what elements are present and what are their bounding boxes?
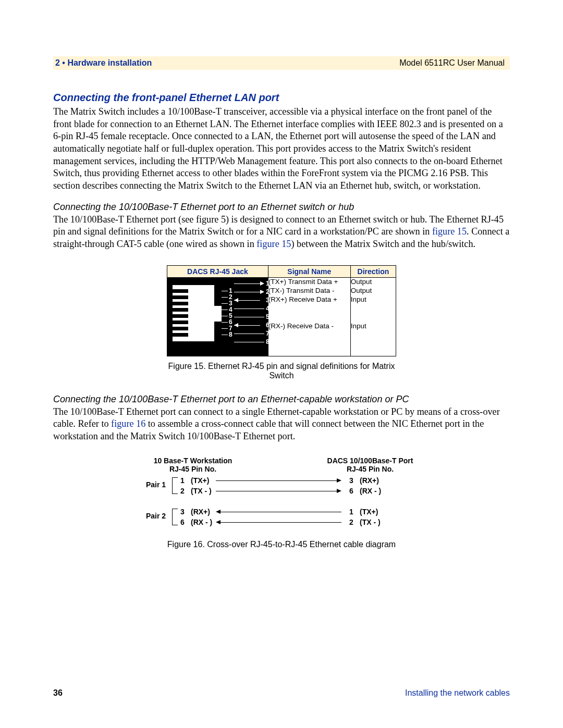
signal-name: (TX+) Transmit Data + <box>268 278 350 287</box>
rj45-jack-diagram: 1 2 3 4 5 6 7 8 <box>167 278 268 356</box>
signal-name: (TX-) Transmit Data - <box>268 287 350 295</box>
left-sig: (RX+) <box>191 508 210 516</box>
pin-label: 4 <box>266 305 270 312</box>
crossover-row: 3 (RX+) 1 (TX+) <box>141 508 422 517</box>
right-sig: (RX+) <box>360 476 379 485</box>
subsection-heading-b: Connecting the 10/100Base-T Ethernet por… <box>53 394 510 405</box>
pin-label: 7 <box>266 330 270 337</box>
page: 2 • Hardware installation Model 6511RC U… <box>0 0 563 728</box>
right-sig: (TX+) <box>360 508 378 516</box>
chapter-label: 2 • Hardware installation <box>53 58 152 68</box>
right-pin: 6 <box>349 487 353 495</box>
fig16-hl2: RJ-45 Pin No. <box>141 465 245 473</box>
section-heading: Connecting the front-panel Ethernet LAN … <box>53 92 510 104</box>
th-jack: DACS RJ-45 Jack <box>167 265 268 277</box>
subsection-heading-a: Connecting the 10/100Base-T Ethernet por… <box>53 202 510 213</box>
page-number: 36 <box>53 688 63 698</box>
th-direction: Direction <box>350 265 396 277</box>
crossover-row: 1 (TX+) 3 (RX+) <box>141 476 422 486</box>
crossover-row: 2 (TX - ) 6 (RX - ) <box>141 487 422 496</box>
manual-label: Model 6511RC User Manual <box>399 58 505 68</box>
pin-label: 2 <box>266 288 270 295</box>
pin-label: 8 <box>229 331 232 338</box>
right-pin: 1 <box>349 508 353 516</box>
right-sig: (TX - ) <box>360 518 381 526</box>
figure-16: 10 Base-T Workstation RJ-45 Pin No. DACS… <box>141 456 422 535</box>
pin-label: 5 <box>266 313 270 320</box>
left-pin: 6 <box>180 518 185 526</box>
direction: Output <box>351 287 396 295</box>
p2-text-c: ) between the Matrix Switch and the hub/… <box>291 239 475 249</box>
figure-15-link-2[interactable]: figure 15 <box>256 239 291 249</box>
paragraph-3: The 10/100Base-T Ethernet port can conne… <box>53 406 510 443</box>
figure-16-caption: Figure 16. Cross-over RJ-45-to-RJ-45 Eth… <box>53 540 510 549</box>
footer-section: Installing the network cables <box>405 688 510 698</box>
rj45-table: DACS RJ-45 Jack Signal Name Direction <box>167 265 396 356</box>
figure-15: DACS RJ-45 Jack Signal Name Direction <box>167 265 396 380</box>
left-sig: (TX+) <box>191 476 209 485</box>
signal-name: (RX+) Receive Data + <box>268 295 350 304</box>
fig16-header-right: DACS 10/100Base-T Port RJ-45 Pin No. <box>318 456 422 473</box>
signal-name: (RX-) Receive Data - <box>268 322 350 331</box>
fig16-header-left: 10 Base-T Workstation RJ-45 Pin No. <box>141 456 245 473</box>
right-sig: (RX - ) <box>360 487 381 495</box>
pin-label: 3 <box>266 297 270 304</box>
direction-cell: Output Output Input Input <box>350 277 396 356</box>
right-pin: 2 <box>349 518 353 526</box>
left-sig: (TX - ) <box>191 487 212 495</box>
paragraph-2: The 10/100Base-T Ethernet port (see figu… <box>53 214 510 251</box>
left-pin: 2 <box>180 487 185 495</box>
right-pin: 3 <box>349 476 353 485</box>
pin-label: 8 <box>266 338 270 346</box>
fig16-hr1: DACS 10/100Base-T Port <box>318 456 422 465</box>
figure-15-link-1[interactable]: figure 15 <box>432 226 467 237</box>
fig16-hl1: 10 Base-T Workstation <box>141 456 245 465</box>
fig16-hr2: RJ-45 Pin No. <box>318 465 422 473</box>
page-footer: 36 Installing the network cables <box>53 688 510 698</box>
signal-cell: (TX+) Transmit Data + (TX-) Transmit Dat… <box>268 277 350 356</box>
crossover-row: 6 (RX - ) 2 (TX - ) <box>141 518 422 527</box>
left-pin: 3 <box>180 508 185 516</box>
paragraph-1: The Matrix Switch includes a 10/100Base-… <box>53 106 510 192</box>
pin-label: 6 <box>266 322 270 329</box>
th-signal: Signal Name <box>268 265 350 277</box>
direction: Output <box>351 278 396 287</box>
page-header: 2 • Hardware installation Model 6511RC U… <box>53 56 510 70</box>
figure-16-link[interactable]: figure 16 <box>111 418 145 429</box>
direction: Input <box>351 295 396 304</box>
pin-label: 1 <box>266 280 270 287</box>
direction: Input <box>351 322 396 331</box>
figure-15-caption: Figure 15. Ethernet RJ-45 pin and signal… <box>167 362 396 380</box>
left-pin: 1 <box>180 476 185 485</box>
left-sig: (RX - ) <box>191 518 212 526</box>
